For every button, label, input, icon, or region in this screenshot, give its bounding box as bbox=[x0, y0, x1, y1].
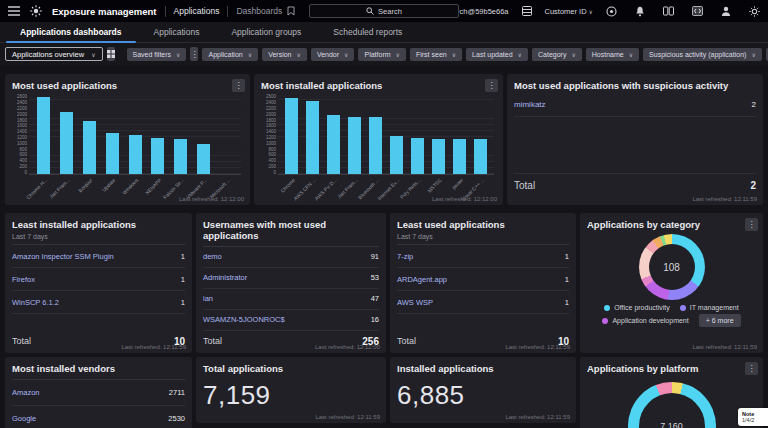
filter-chip-platform[interactable]: Platform∨ bbox=[358, 48, 405, 61]
user-icon[interactable] bbox=[721, 6, 731, 16]
bookmark-icon[interactable] bbox=[287, 6, 295, 16]
last-refreshed: Last refreshed: 12:11:59 bbox=[505, 344, 570, 350]
saved-filters-dropdown[interactable]: Saved filters∨ bbox=[127, 48, 187, 61]
dashboard-view-select[interactable]: Applications overview∨ bbox=[5, 47, 103, 61]
table-row[interactable]: Firefox1 bbox=[12, 268, 185, 291]
table-row[interactable]: ian47 bbox=[203, 289, 379, 310]
table-row[interactable]: WinSCP 6.1.21 bbox=[12, 291, 185, 314]
kebab-menu-icon[interactable]: ⋮ bbox=[485, 79, 498, 92]
row-label: demo bbox=[203, 252, 222, 261]
plot-area: ChromeAWS CFN ...AWS PV D....Net Fram...… bbox=[278, 95, 494, 199]
kebab-menu-icon[interactable]: ⋮ bbox=[745, 218, 758, 231]
bar[interactable] bbox=[327, 115, 340, 174]
platform-donut-chart[interactable]: 7,160 bbox=[628, 382, 716, 428]
nav-applications[interactable]: Applications bbox=[174, 6, 220, 16]
table-row[interactable]: ARDAgent.app1 bbox=[397, 268, 569, 291]
panel-installed-applications: Installed applications 6,885 Last refres… bbox=[390, 357, 576, 423]
nav-dashboards[interactable]: Dashboards bbox=[236, 6, 282, 16]
filter-chip-version[interactable]: Version∨ bbox=[262, 48, 307, 61]
filters-kebab-button[interactable]: ⋮ bbox=[190, 47, 198, 61]
bar[interactable] bbox=[306, 101, 319, 174]
filter-chip-suspicious-activity-application-[interactable]: Suspicious activity (application)∨ bbox=[643, 48, 762, 61]
filter-chip-category[interactable]: Category∨ bbox=[532, 48, 582, 61]
bar[interactable] bbox=[432, 139, 445, 174]
hamburger-menu-icon[interactable] bbox=[8, 6, 20, 16]
donut-center-value: 108 bbox=[663, 262, 680, 273]
bar[interactable] bbox=[369, 117, 382, 175]
dashboard-content: Most used applications ⋮ 260024002200200… bbox=[0, 65, 768, 428]
bar[interactable] bbox=[285, 98, 298, 174]
tab-applications[interactable]: Applications bbox=[140, 22, 214, 42]
x-axis-labels: ChromeAWS CFN ...AWS PV D....Net Fram...… bbox=[278, 175, 494, 197]
row-label: Google bbox=[12, 414, 36, 423]
axis-label: Bonjour bbox=[77, 177, 93, 193]
bar[interactable] bbox=[474, 139, 487, 174]
bar[interactable] bbox=[151, 138, 164, 174]
bar[interactable] bbox=[129, 135, 142, 175]
stack-icon[interactable] bbox=[522, 6, 532, 16]
table-rows: Amazon2711Google2530 bbox=[12, 380, 185, 428]
table-row[interactable]: Google2530 bbox=[12, 406, 185, 428]
filter-chip-hostname[interactable]: Hostname∨ bbox=[586, 48, 639, 61]
tab-application-groups[interactable]: Application groups bbox=[217, 22, 315, 42]
axis-label: Chrome H... bbox=[24, 177, 47, 200]
theme-sun-icon[interactable] bbox=[749, 6, 760, 17]
api-code-icon[interactable] bbox=[692, 6, 703, 16]
panel-title: Applications by category bbox=[587, 219, 756, 230]
table-row[interactable]: Amazon2711 bbox=[12, 380, 185, 406]
total-label: Total bbox=[12, 336, 31, 346]
table-row[interactable]: AWS WSP1 bbox=[397, 291, 569, 314]
table-rows: demo91Administrator53ian47WSAMZN-5JOONRO… bbox=[203, 247, 379, 331]
table-row[interactable]: WSAMZN-5JOONROC$16 bbox=[203, 310, 379, 331]
notifications-bell-icon[interactable] bbox=[635, 6, 645, 17]
layout-grid-button[interactable] bbox=[107, 47, 115, 61]
filter-chip-vendor[interactable]: Vendor∨ bbox=[311, 48, 355, 61]
last-refreshed: Last refreshed: 12:12:00 bbox=[432, 196, 497, 202]
row-label: Amazon Inspector SSM Plugin bbox=[12, 252, 114, 261]
search-icon bbox=[366, 7, 374, 15]
most-used-applications-chart: 2600240022002000180016001400120010008006… bbox=[12, 95, 243, 199]
filter-chips: Application∨Version∨Vendor∨Platform∨Firs… bbox=[202, 48, 761, 61]
bar[interactable] bbox=[60, 112, 73, 174]
bar[interactable] bbox=[390, 136, 403, 174]
tick-label: 1000 bbox=[266, 142, 276, 147]
cards-icon[interactable] bbox=[663, 6, 674, 16]
bar-column bbox=[302, 95, 323, 174]
last-refreshed: Last refreshed: 12:11:59 bbox=[692, 344, 757, 350]
panel-title: Most used applications bbox=[12, 80, 243, 91]
plot-area: Chrome H....Net Fram...BonjourUpdateWind… bbox=[29, 95, 241, 199]
kebab-menu-icon[interactable]: ⋮ bbox=[232, 79, 245, 92]
bar[interactable] bbox=[83, 121, 96, 174]
tick-label: 1200 bbox=[17, 136, 27, 141]
customer-id-dropdown[interactable]: Customer ID∨ bbox=[545, 7, 594, 16]
bar-column bbox=[101, 95, 124, 174]
kebab-menu-icon[interactable]: ⋮ bbox=[745, 362, 758, 375]
table-row[interactable]: Amazon Inspector SSM Plugin1 bbox=[12, 245, 185, 268]
bar[interactable] bbox=[348, 117, 361, 175]
bar[interactable] bbox=[106, 133, 119, 174]
table-row[interactable]: demo91 bbox=[203, 247, 379, 268]
table-row[interactable]: mimikatz2 bbox=[514, 91, 756, 117]
legend-more-button[interactable]: + 6 more bbox=[699, 314, 741, 327]
bar[interactable] bbox=[453, 139, 466, 174]
axis-label-cell: Visual C++ ... bbox=[470, 175, 491, 197]
bar[interactable] bbox=[37, 97, 50, 174]
tab-applications-dashboards[interactable]: Applications dashboards bbox=[6, 22, 136, 42]
tab-scheduled-reports[interactable]: Scheduled reports bbox=[319, 22, 416, 42]
filter-chip-last-updated[interactable]: Last updated∨ bbox=[466, 48, 528, 61]
bar-column bbox=[428, 95, 449, 174]
global-search-input[interactable]: Search bbox=[309, 4, 459, 18]
filter-chip-application[interactable]: Application∨ bbox=[202, 48, 258, 61]
workspace-icon[interactable] bbox=[606, 6, 617, 17]
table-row[interactable]: 7-zip1 bbox=[397, 245, 569, 268]
bar[interactable] bbox=[411, 138, 424, 174]
category-donut-chart[interactable]: 108 bbox=[639, 234, 705, 300]
bar[interactable] bbox=[174, 139, 187, 174]
bar[interactable] bbox=[197, 144, 210, 174]
filter-chip-first-seen[interactable]: First seen∨ bbox=[410, 48, 462, 61]
note-overlay[interactable]: Note 1/4/2 bbox=[738, 408, 768, 426]
panel-title: Least used applications bbox=[397, 219, 569, 230]
tick-label: 400 bbox=[268, 159, 276, 164]
table-row[interactable]: Administrator53 bbox=[203, 268, 379, 289]
bar-column bbox=[146, 95, 169, 174]
